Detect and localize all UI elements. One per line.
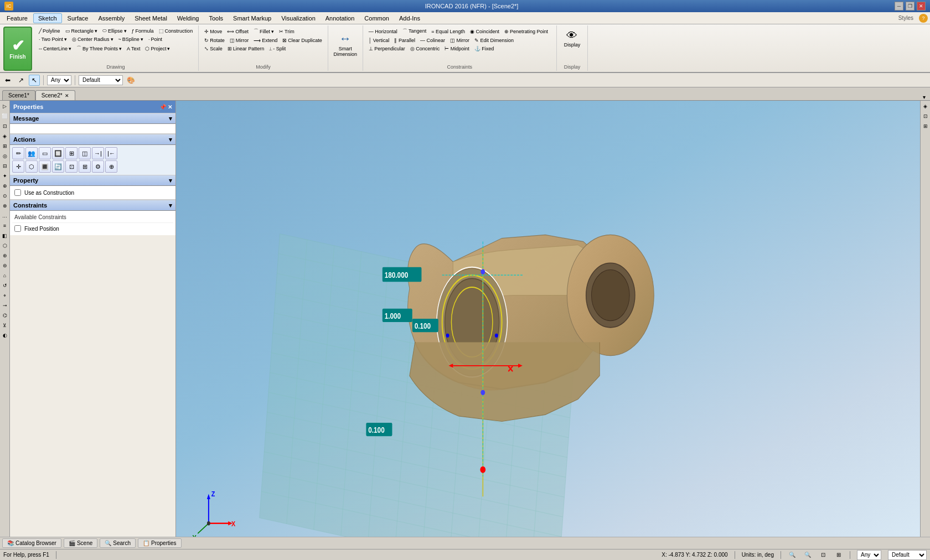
property-section-header[interactable]: Property ▾	[10, 175, 175, 186]
btn-rotate[interactable]: ↻ Rotate	[202, 37, 227, 44]
use-as-construction-checkbox[interactable]	[14, 189, 21, 196]
btn-horizontal[interactable]: ― Horizontal	[366, 28, 400, 35]
status-view-select[interactable]: Any	[857, 550, 881, 560]
btn-bspline[interactable]: ~ BSpline ▾	[116, 35, 146, 43]
btn-midpoint[interactable]: ⊢ Midpoint	[442, 45, 472, 53]
menu-feature[interactable]: Feature	[2, 14, 32, 23]
btn-bythreepoints[interactable]: ⌒ By Three Points ▾	[74, 44, 124, 53]
btn-linearpattern[interactable]: ⊞ Linear Pattern	[225, 45, 267, 53]
left-tb-12[interactable]: …	[1, 211, 9, 220]
btn-concentric[interactable]: ◎ Concentric	[408, 45, 442, 53]
left-tb-3[interactable]: ⊡	[1, 122, 9, 131]
action-edit[interactable]: ✏	[12, 147, 24, 159]
btn-twopoint[interactable]: · Two Point ▾	[37, 35, 69, 43]
right-tb-3[interactable]: ⊞	[921, 122, 930, 131]
zoom-fit-btn[interactable]: ⊡	[819, 551, 828, 559]
action-alignleft[interactable]: |←	[105, 147, 117, 159]
menu-visualization[interactable]: Visualization	[277, 14, 320, 23]
zoom-out-btn[interactable]: 🔍	[803, 551, 812, 559]
constraints-section-header[interactable]: Constraints ▾	[10, 200, 175, 211]
action-group[interactable]: 👥	[25, 147, 38, 159]
btn-scale[interactable]: ⤡ Scale	[202, 45, 225, 53]
right-tb-2[interactable]: ⊡	[921, 112, 930, 121]
btn-move[interactable]: ✛ Move	[202, 28, 224, 35]
scene-tab-bottom[interactable]: 🎬 Scene	[64, 538, 97, 548]
left-tb-13[interactable]: ≡	[1, 221, 9, 230]
left-tb-15[interactable]: ⬡	[1, 241, 9, 250]
btn-vertical[interactable]: │ Vertical	[366, 37, 392, 44]
zoom-in-btn[interactable]: 🔍	[788, 551, 797, 559]
panel-close-btn[interactable]: ✕	[168, 104, 172, 110]
left-tb-1[interactable]: ▷	[1, 102, 9, 111]
menu-sheetmetal[interactable]: Sheet Metal	[130, 14, 172, 23]
scene-tab-1[interactable]: Scene1*	[2, 90, 35, 100]
menu-addins[interactable]: Add-Ins	[395, 14, 425, 23]
btn-rectangle[interactable]: ▭ Rectangle ▾	[63, 27, 100, 35]
tb-arrow[interactable]: ⬅	[2, 75, 13, 86]
action-rect[interactable]: ▭	[39, 147, 51, 159]
close-btn[interactable]: ✕	[917, 2, 926, 11]
left-tb-24[interactable]: ◐	[1, 331, 9, 340]
action-rotate[interactable]: 🔄	[52, 160, 64, 173]
action-pattern2[interactable]: ⊞	[79, 160, 91, 173]
left-tb-2[interactable]: ⬜	[1, 112, 9, 121]
actions-section-header[interactable]: Actions ▾	[10, 134, 175, 145]
action-pattern[interactable]: ⊞	[65, 147, 78, 159]
tb-select[interactable]: ↗	[16, 75, 27, 86]
btn-fillet[interactable]: ⌒ Fillet ▾	[251, 27, 276, 36]
menu-sketch[interactable]: Sketch	[33, 13, 62, 23]
btn-tangent[interactable]: ⌒ Tangent	[400, 27, 428, 36]
action-plus[interactable]: ⊕	[105, 160, 117, 173]
btn-offset[interactable]: ⟺ Offset	[225, 28, 251, 35]
left-tb-21[interactable]: ⊸	[1, 301, 9, 310]
minimize-btn[interactable]: ─	[895, 2, 903, 11]
btn-coincident[interactable]: ◉ Coincident	[468, 28, 502, 35]
menu-assembly[interactable]: Assembly	[94, 14, 129, 23]
scene-tab-2[interactable]: Scene2* ✕	[35, 90, 75, 100]
btn-text[interactable]: A Text	[125, 45, 143, 53]
panel-pin-btn[interactable]: 📌	[159, 104, 166, 110]
tb-cursor[interactable]: ↖	[29, 75, 40, 86]
left-tb-23[interactable]: ⊻	[1, 321, 9, 330]
btn-fixed[interactable]: ⚓ Fixed	[472, 45, 497, 53]
fixed-position-checkbox[interactable]	[14, 225, 21, 232]
btn-display[interactable]: 👁 Display	[560, 27, 585, 50]
btn-mirror-con[interactable]: ◫ Mirror	[448, 37, 472, 44]
btn-point[interactable]: · Point	[146, 35, 164, 43]
btn-centerradius[interactable]: ◎ Center Radius ▾	[70, 35, 116, 43]
action-move[interactable]: ✛	[12, 160, 24, 173]
action-grid[interactable]: ⊡	[65, 160, 78, 173]
btn-polyline[interactable]: ╱ Polyline	[37, 27, 63, 35]
btn-project[interactable]: ⬡ Project ▾	[143, 45, 172, 53]
btn-parallel[interactable]: ∥ Parallel	[392, 37, 417, 44]
scene2-close[interactable]: ✕	[65, 93, 69, 98]
menu-welding[interactable]: Welding	[173, 14, 204, 23]
default-select[interactable]: Default	[79, 75, 123, 85]
menu-smartmarkup[interactable]: Smart Markup	[229, 14, 276, 23]
btn-mirror-mod[interactable]: ◫ Mirror	[228, 37, 251, 44]
btn-equal-length[interactable]: = Equal Length	[429, 28, 467, 35]
btn-formula[interactable]: ƒ Formula	[130, 27, 156, 35]
left-tb-4[interactable]: ◈	[1, 132, 9, 141]
left-tb-17[interactable]: ⊜	[1, 261, 9, 270]
btn-perpendicular[interactable]: ⊥ Perpendicular	[366, 45, 407, 53]
menu-common[interactable]: Common	[360, 14, 394, 23]
btn-centerline[interactable]: -- CenterLine ▾	[37, 45, 74, 53]
left-tb-18[interactable]: ⌂	[1, 271, 9, 280]
btn-cleardup[interactable]: ⊠ Clear Duplicate	[280, 37, 324, 44]
left-tb-16[interactable]: ⊛	[1, 251, 9, 260]
left-tb-20[interactable]: ⌖	[1, 291, 9, 300]
action-gear[interactable]: ⚙	[92, 160, 104, 173]
scene-expand[interactable]: ▾	[921, 94, 928, 100]
left-tb-22[interactable]: ⌬	[1, 311, 9, 320]
finish-button[interactable]: ✔ Finish	[3, 27, 32, 71]
btn-edit-dimension[interactable]: ✎ Edit Dimension	[472, 37, 516, 44]
left-tb-19[interactable]: ↺	[1, 281, 9, 290]
tb-color[interactable]: 🎨	[125, 75, 136, 86]
status-default-select[interactable]: Default	[888, 550, 927, 560]
left-tb-9[interactable]: ⊕	[1, 182, 9, 190]
restore-btn[interactable]: ❐	[906, 2, 914, 11]
left-tb-11[interactable]: ⊗	[1, 201, 9, 210]
left-tb-14[interactable]: ◧	[1, 231, 9, 240]
action-square[interactable]: 🔲	[52, 147, 64, 159]
